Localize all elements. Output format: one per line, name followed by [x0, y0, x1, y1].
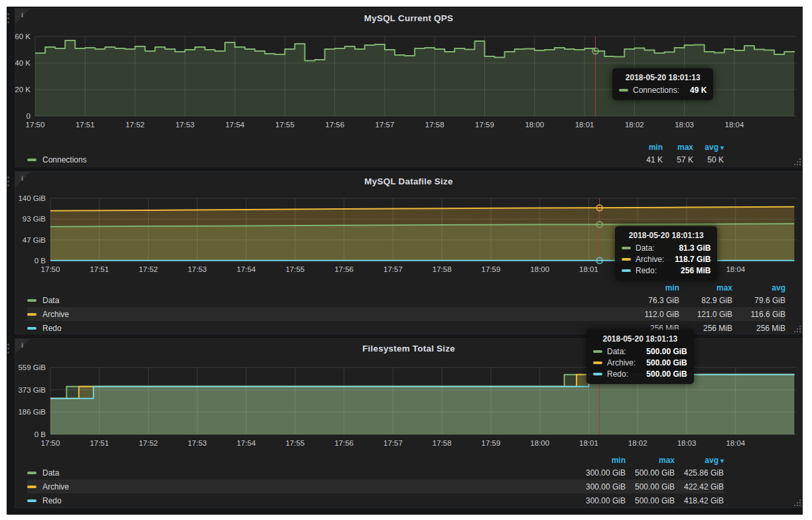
y-axis-tick-label: 373 GiB [18, 386, 46, 394]
tooltip-series-value: 49 K [679, 86, 707, 95]
tooltip-series-value: 256 MiB [670, 266, 710, 275]
legend-series-name[interactable]: Redo [27, 493, 576, 507]
legend-stat-value: 121.0 GiB [679, 307, 732, 321]
resize-grip-icon[interactable] [793, 499, 801, 506]
legend-sort-min[interactable]: min [632, 141, 663, 153]
legend: minmaxavg▾Data300.00 GiB500.00 GiB425.86… [27, 454, 724, 507]
x-axis-tick-label: 17:58 [433, 439, 452, 447]
x-axis-tick-label: 17:57 [375, 121, 395, 129]
x-axis-tick-label: 17:53 [188, 439, 207, 447]
drag-handle-dots[interactable] [7, 344, 10, 354]
series-color-dash-icon [27, 472, 36, 474]
series-color-dash-icon [27, 159, 36, 161]
x-axis-tick-label: 17:51 [90, 265, 109, 273]
tooltip-series-row: Redo:500.00 GiB [593, 369, 687, 379]
legend-stat-value: 418.42 GiB [675, 493, 724, 507]
x-axis-tick-label: 18:04 [725, 121, 744, 129]
x-axis-tick-label: 17:57 [383, 265, 403, 273]
legend-stat-value: 300.00 GiB [576, 466, 626, 480]
series-color-dash-icon [622, 258, 631, 261]
tooltip-timestamp: 2018-05-20 18:01:13 [593, 334, 687, 344]
x-axis-tick-label: 18:03 [677, 439, 697, 447]
x-axis-tick-label: 18:04 [726, 439, 745, 447]
legend-stat-value: 116.6 GiB [732, 307, 785, 321]
legend-row: Data76.3 GiB82.9 GiB79.6 GiB [27, 293, 785, 307]
legend-stat-value: 500.00 GiB [626, 493, 675, 507]
legend-series-name[interactable]: Archive [27, 307, 626, 321]
legend-stat-value: 256 MiB [732, 321, 785, 335]
legend-stat-value: 79.6 GiB [732, 293, 785, 307]
series-color-dash-icon [27, 327, 36, 330]
legend-stat-value: 300.00 GiB [576, 493, 626, 507]
tooltip-series-row: Data:81.3 GiB [622, 243, 710, 253]
legend-series-name[interactable]: Data [27, 293, 626, 307]
legend-series-name[interactable]: Data [27, 466, 576, 480]
legend-table: minmaxavgData76.3 GiB82.9 GiB79.6 GiBArc… [27, 282, 785, 335]
tooltip-series-name: Redo: [636, 266, 657, 275]
y-axis-tick-label: 186 GiB [18, 408, 46, 416]
avg-sort-caret-icon: ▾ [720, 457, 724, 464]
x-axis-tick-label: 17:59 [482, 439, 501, 447]
legend-sort-min[interactable]: min [576, 454, 626, 466]
series-color-dash-icon [27, 299, 36, 302]
legend-series-name[interactable]: Connections [27, 153, 632, 166]
legend-sort-max[interactable]: max [626, 454, 675, 466]
x-axis-tick-label: 18:00 [530, 265, 549, 273]
legend: minmaxavgData76.3 GiB82.9 GiB79.6 GiBArc… [27, 282, 785, 335]
legend-stat-value: 50 K [693, 153, 724, 166]
tooltip-series-value: 500.00 GiB [636, 358, 687, 367]
legend-stat-value: 500.00 GiB [626, 480, 675, 493]
legend: minmaxavg▾Connections41 K57 K50 K [27, 141, 724, 166]
tooltip: 2018-05-20 18:01:13Data:500.00 GiBArchiv… [586, 330, 694, 384]
x-axis-tick-label: 17:56 [325, 121, 344, 129]
y-axis-tick-label: 93 GiB [23, 215, 46, 223]
x-axis-tick-label: 17:57 [383, 439, 403, 447]
y-axis-tick-label: 47 GiB [23, 236, 46, 244]
legend-series-name[interactable]: Archive [27, 480, 576, 493]
x-axis-tick-label: 17:51 [76, 121, 95, 129]
x-axis-tick-label: 17:56 [334, 265, 354, 273]
x-axis-tick-label: 17:54 [226, 121, 245, 129]
legend-header-spacer [27, 454, 576, 466]
grafana-dashboard-page: i MySQL Current QPS 020 K40 K60 K17:5017… [0, 0, 812, 520]
legend-sort-min[interactable]: min [626, 282, 679, 293]
legend-sort-avg[interactable]: avg▾ [675, 454, 724, 466]
x-axis-tick-label: 18:00 [525, 121, 544, 129]
tooltip-series-row: Connections:49 K [619, 86, 707, 95]
legend-header-spacer [27, 141, 632, 153]
series-color-dash-icon [27, 499, 36, 502]
resize-grip-icon[interactable] [793, 158, 801, 165]
legend-series-name[interactable]: Redo [27, 321, 626, 335]
x-axis-tick-label: 18:02 [628, 439, 647, 447]
x-axis-tick-label: 17:51 [90, 439, 109, 447]
y-axis-tick-label: 40 K [15, 59, 31, 67]
x-axis-tick-label: 17:55 [275, 121, 295, 129]
legend-stat-value: 500.00 GiB [626, 466, 675, 480]
x-axis-tick-label: 17:54 [237, 265, 256, 273]
legend-stat-value: 76.3 GiB [626, 293, 679, 307]
resize-grip-icon[interactable] [793, 325, 801, 332]
drag-handle-dots[interactable] [7, 13, 10, 23]
legend-stat-value: 41 K [632, 153, 663, 166]
x-axis-tick-label: 18:03 [675, 121, 694, 129]
series-color-dash-icon [593, 350, 602, 353]
legend-sort-max[interactable]: max [679, 282, 732, 293]
tooltip-series-name: Archive: [607, 358, 636, 367]
legend-table: minmaxavg▾Data300.00 GiB500.00 GiB425.86… [27, 454, 724, 507]
legend-row: Redo300.00 GiB500.00 GiB418.42 GiB [27, 493, 724, 507]
legend-sort-avg[interactable]: avg [732, 282, 785, 293]
legend-sort-max[interactable]: max [663, 141, 693, 153]
series-color-dash-icon [593, 373, 602, 375]
drag-handle-dots[interactable] [7, 176, 10, 186]
legend-header-spacer [27, 282, 626, 293]
legend-stat-value: 425.86 GiB [675, 466, 724, 480]
x-axis-tick-label: 17:54 [237, 439, 256, 447]
series-color-dash-icon [593, 361, 602, 364]
x-axis-tick-label: 17:59 [482, 265, 501, 273]
x-axis-tick-label: 17:55 [285, 265, 304, 273]
x-axis-tick-label: 17:53 [188, 265, 207, 273]
legend-sort-avg[interactable]: avg▾ [693, 141, 724, 153]
legend-row: Connections41 K57 K50 K [27, 153, 724, 166]
series-color-dash-icon [622, 247, 631, 249]
legend-stat-value: 82.9 GiB [679, 293, 732, 307]
